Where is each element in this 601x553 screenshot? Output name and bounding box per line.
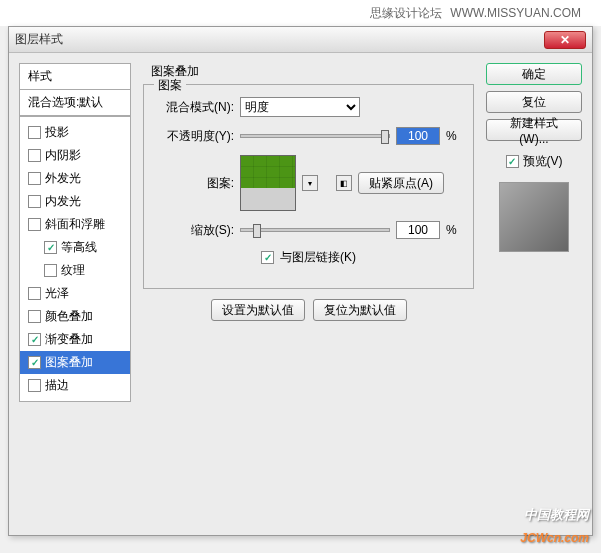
style-label: 内阴影 bbox=[45, 147, 81, 164]
style-label: 斜面和浮雕 bbox=[45, 216, 105, 233]
opacity-label: 不透明度(Y): bbox=[154, 128, 234, 145]
pattern-row: 图案: ▾ ◧ 贴紧原点(A) bbox=[154, 155, 463, 211]
scale-slider[interactable] bbox=[240, 228, 390, 232]
scale-label: 缩放(S): bbox=[154, 222, 234, 239]
sidebar-header[interactable]: 样式 bbox=[19, 63, 131, 89]
preview-label: 预览(V) bbox=[523, 153, 563, 170]
banner-url: WWW.MISSYUAN.COM bbox=[450, 6, 581, 20]
style-item-texture[interactable]: 纹理 bbox=[20, 259, 130, 282]
scale-row: 缩放(S): % bbox=[154, 221, 463, 239]
preview-swatch bbox=[499, 182, 569, 252]
watermark-cn: 中国教程网 bbox=[520, 506, 589, 524]
style-item-pattern-overlay[interactable]: 图案叠加 bbox=[20, 351, 130, 374]
blend-mode-select[interactable]: 明度 bbox=[240, 97, 360, 117]
slider-thumb[interactable] bbox=[381, 130, 389, 144]
checkbox-icon[interactable] bbox=[28, 126, 41, 139]
pattern-overlay-panel: 图案叠加 图案 混合模式(N): 明度 不透明度(Y): % 图案: bbox=[139, 63, 478, 525]
style-label: 外发光 bbox=[45, 170, 81, 187]
link-checkbox[interactable] bbox=[261, 251, 274, 264]
checkbox-icon[interactable] bbox=[28, 195, 41, 208]
checkbox-icon[interactable] bbox=[44, 241, 57, 254]
panel-title: 图案叠加 bbox=[151, 63, 474, 80]
checkbox-icon[interactable] bbox=[28, 356, 41, 369]
checkbox-icon[interactable] bbox=[28, 379, 41, 392]
style-item-satin[interactable]: 光泽 bbox=[20, 282, 130, 305]
style-label: 内发光 bbox=[45, 193, 81, 210]
preview-toggle[interactable]: 预览(V) bbox=[486, 153, 582, 170]
ok-button[interactable]: 确定 bbox=[486, 63, 582, 85]
sidebar-subheader[interactable]: 混合选项:默认 bbox=[19, 89, 131, 116]
opacity-input[interactable] bbox=[396, 127, 440, 145]
checkbox-icon[interactable] bbox=[44, 264, 57, 277]
style-label: 描边 bbox=[45, 377, 69, 394]
blend-mode-row: 混合模式(N): 明度 bbox=[154, 97, 463, 117]
blend-mode-label: 混合模式(N): bbox=[154, 99, 234, 116]
snap-origin-button[interactable]: 贴紧原点(A) bbox=[358, 172, 444, 194]
style-item-outer-glow[interactable]: 外发光 bbox=[20, 167, 130, 190]
style-item-inner-shadow[interactable]: 内阴影 bbox=[20, 144, 130, 167]
style-label: 等高线 bbox=[61, 239, 97, 256]
checkbox-icon[interactable] bbox=[28, 149, 41, 162]
style-label: 图案叠加 bbox=[45, 354, 93, 371]
make-default-button[interactable]: 设置为默认值 bbox=[211, 299, 305, 321]
new-style-button[interactable]: 新建样式(W)... bbox=[486, 119, 582, 141]
scale-input[interactable] bbox=[396, 221, 440, 239]
style-item-stroke[interactable]: 描边 bbox=[20, 374, 130, 397]
style-label: 纹理 bbox=[61, 262, 85, 279]
watermark: 中国教程网 JCWcn.com bbox=[520, 506, 589, 547]
style-label: 投影 bbox=[45, 124, 69, 141]
right-buttons: 确定 复位 新建样式(W)... 预览(V) bbox=[486, 63, 582, 525]
style-item-color-overlay[interactable]: 颜色叠加 bbox=[20, 305, 130, 328]
checkbox-icon[interactable] bbox=[28, 333, 41, 346]
style-label: 光泽 bbox=[45, 285, 69, 302]
top-banner: 思缘设计论坛 WWW.MISSYUAN.COM bbox=[0, 0, 601, 26]
pattern-label: 图案: bbox=[154, 175, 234, 192]
defaults-row: 设置为默认值 复位为默认值 bbox=[143, 299, 474, 321]
link-row: 与图层链接(K) bbox=[154, 249, 463, 266]
close-button[interactable]: ✕ bbox=[544, 31, 586, 49]
link-label: 与图层链接(K) bbox=[280, 249, 356, 266]
percent-label: % bbox=[446, 129, 457, 143]
style-item-contour[interactable]: 等高线 bbox=[20, 236, 130, 259]
checkbox-icon[interactable] bbox=[28, 310, 41, 323]
slider-thumb[interactable] bbox=[253, 224, 261, 238]
watermark-en: JCWcn.com bbox=[520, 531, 589, 545]
pattern-group: 图案 混合模式(N): 明度 不透明度(Y): % 图案: bbox=[143, 84, 474, 289]
cancel-button[interactable]: 复位 bbox=[486, 91, 582, 113]
layer-style-dialog: 图层样式 ✕ 样式 混合选项:默认 投影 内阴影 外发光 内发光 斜面和浮雕 等… bbox=[8, 26, 593, 536]
opacity-row: 不透明度(Y): % bbox=[154, 127, 463, 145]
style-label: 渐变叠加 bbox=[45, 331, 93, 348]
banner-site: 思缘设计论坛 bbox=[370, 5, 442, 22]
close-icon: ✕ bbox=[560, 33, 570, 47]
pattern-picker-dropdown[interactable]: ▾ bbox=[302, 175, 318, 191]
styles-list: 投影 内阴影 外发光 内发光 斜面和浮雕 等高线 纹理 光泽 颜色叠加 渐变叠加… bbox=[19, 116, 131, 402]
checkbox-icon[interactable] bbox=[28, 172, 41, 185]
styles-sidebar: 样式 混合选项:默认 投影 内阴影 外发光 内发光 斜面和浮雕 等高线 纹理 光… bbox=[19, 63, 131, 525]
style-item-drop-shadow[interactable]: 投影 bbox=[20, 121, 130, 144]
group-legend: 图案 bbox=[154, 77, 186, 94]
preview-checkbox[interactable] bbox=[506, 155, 519, 168]
new-pattern-icon[interactable]: ◧ bbox=[336, 175, 352, 191]
reset-default-button[interactable]: 复位为默认值 bbox=[313, 299, 407, 321]
percent-label: % bbox=[446, 223, 457, 237]
style-item-gradient-overlay[interactable]: 渐变叠加 bbox=[20, 328, 130, 351]
pattern-swatch[interactable] bbox=[240, 155, 296, 211]
checkbox-icon[interactable] bbox=[28, 218, 41, 231]
pattern-preview-icon bbox=[241, 156, 295, 188]
dialog-body: 样式 混合选项:默认 投影 内阴影 外发光 内发光 斜面和浮雕 等高线 纹理 光… bbox=[9, 53, 592, 535]
style-item-inner-glow[interactable]: 内发光 bbox=[20, 190, 130, 213]
style-label: 颜色叠加 bbox=[45, 308, 93, 325]
pattern-preview-bg bbox=[241, 188, 295, 210]
titlebar: 图层样式 ✕ bbox=[9, 27, 592, 53]
dialog-title: 图层样式 bbox=[15, 31, 544, 48]
opacity-slider[interactable] bbox=[240, 134, 390, 138]
style-item-bevel-emboss[interactable]: 斜面和浮雕 bbox=[20, 213, 130, 236]
checkbox-icon[interactable] bbox=[28, 287, 41, 300]
